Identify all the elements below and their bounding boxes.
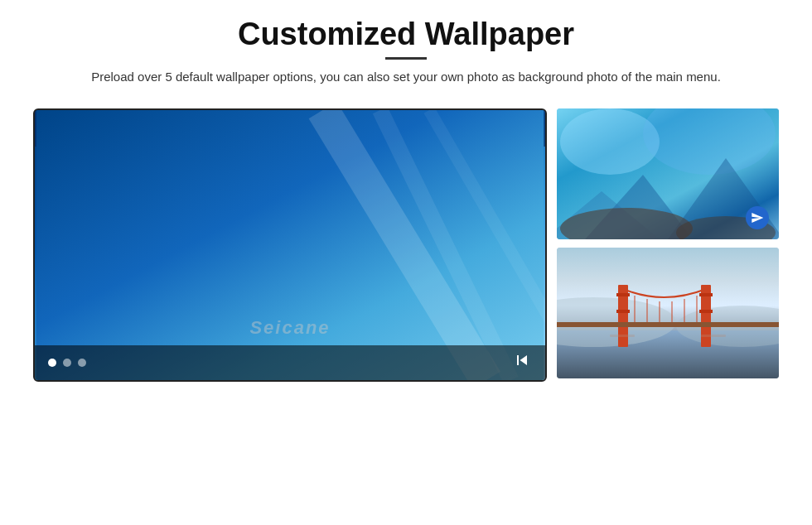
dot-2[interactable]: [63, 359, 71, 367]
home-icon[interactable]: [48, 117, 66, 139]
svg-rect-30: [701, 335, 726, 337]
svg-rect-20: [699, 293, 713, 296]
page-title: Customized Wallpaper: [91, 17, 721, 52]
filemanager-label: File Manager: [437, 203, 500, 215]
dot-3[interactable]: [78, 359, 86, 367]
svg-rect-22: [557, 322, 779, 327]
gallery-label: Gallery: [332, 267, 366, 280]
mxplayer-icon: [336, 167, 363, 198]
app-mxplayer[interactable]: MX Player Pro: [290, 159, 409, 224]
car-screen: 19:28 Music: [33, 108, 547, 382]
gallery-icon: [336, 232, 363, 262]
notification-badge: [746, 206, 769, 229]
car-clock: 19:28: [264, 118, 315, 139]
thumbnail-bridge[interactable]: [557, 248, 779, 378]
page-container: Customized Wallpaper Preload over 5 defa…: [0, 0, 812, 525]
side-thumbnails: [557, 108, 779, 378]
svg-rect-19: [616, 310, 630, 313]
settings-icon: [98, 232, 124, 262]
gauge-label: Gauge: [452, 267, 485, 280]
mxplayer-label: MX Player Pro: [315, 203, 384, 215]
bluetooth-icon: [217, 167, 244, 198]
app-filemanager[interactable]: File Manager: [409, 159, 529, 224]
settings-label: Settings: [92, 267, 131, 280]
svg-rect-21: [699, 310, 713, 313]
content-area: 19:28 Music: [33, 108, 779, 382]
app-eq[interactable]: EQ: [171, 224, 290, 288]
page-dots: [48, 359, 86, 367]
skip-back-icon[interactable]: [512, 350, 532, 374]
car-bottombar: [35, 345, 545, 380]
svg-rect-29: [610, 335, 635, 337]
page-subtitle: Preload over 5 default wallpaper options…: [91, 68, 721, 87]
app-bluetooth[interactable]: Bluetooth: [171, 159, 290, 224]
back-icon[interactable]: [514, 117, 532, 139]
music-label: Music: [97, 203, 125, 215]
title-divider: [385, 57, 427, 60]
brand-watermark: Seicane: [249, 317, 330, 339]
car-apps-grid: Music Bluetooth: [35, 151, 545, 296]
app-gallery[interactable]: Gallery: [290, 224, 409, 288]
car-topbar: 19:28: [35, 110, 545, 147]
gauge-icon: [456, 232, 482, 262]
thumbnail-ice[interactable]: [557, 108, 779, 239]
eq-icon: [217, 232, 244, 262]
title-section: Customized Wallpaper Preload over 5 defa…: [91, 17, 721, 87]
app-settings[interactable]: Settings: [51, 224, 171, 288]
app-gauge[interactable]: Gauge: [409, 224, 529, 288]
dot-1[interactable]: [48, 359, 56, 367]
music-icon: [98, 167, 124, 198]
svg-rect-18: [616, 293, 630, 296]
filemanager-icon: [456, 167, 482, 198]
bluetooth-label: Bluetooth: [208, 203, 254, 215]
app-music[interactable]: Music: [51, 159, 171, 224]
eq-label: EQ: [223, 267, 239, 280]
